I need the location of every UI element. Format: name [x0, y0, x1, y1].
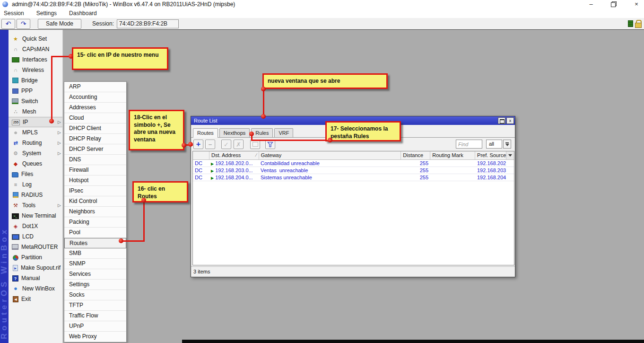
sidebar-item-wireless[interactable]: Wireless — [9, 65, 62, 75]
sidebar-item-partition[interactable]: Partition — [9, 252, 62, 263]
traffic-indicator-icon — [628, 20, 633, 27]
submenu-item-cloud[interactable]: Cloud — [64, 113, 126, 123]
comment-button[interactable] — [250, 140, 260, 149]
sidebar-item-routing[interactable]: Routing▷ — [9, 138, 62, 148]
sidebar-item-make-supout[interactable]: Make Supout.rif — [9, 263, 62, 273]
submenu-item-services[interactable]: Services — [64, 269, 126, 280]
filter-scope-select[interactable]: all — [486, 140, 502, 149]
sidebar-label: System — [22, 150, 41, 157]
routing-icon — [12, 140, 19, 146]
filter-scope-dropdown-button[interactable] — [503, 140, 511, 149]
filter-button[interactable] — [265, 140, 275, 149]
route-row-1[interactable]: DC ▶192.168.202.0... Contabilidad unreac… — [193, 160, 514, 167]
submenu-arrow-icon: ▷ — [58, 151, 61, 156]
route-list-maximize-button[interactable] — [498, 117, 505, 124]
submenu-item-kid-control[interactable]: Kid Control — [64, 196, 126, 207]
sidebar-item-system[interactable]: System▷ — [9, 148, 62, 158]
submenu-item-web-proxy[interactable]: Web Proxy — [64, 332, 126, 342]
remove-route-button[interactable]: − — [205, 140, 215, 149]
add-route-button[interactable]: + — [193, 140, 203, 149]
submenu-item-routes[interactable]: Routes — [64, 238, 126, 248]
sidebar-item-mpls[interactable]: MPLS▷ — [9, 127, 62, 138]
submenu-item-ipsec[interactable]: IPsec — [64, 186, 126, 196]
sidebar-item-metarouter[interactable]: MetaROUTER — [9, 242, 62, 252]
sidebar-item-manual[interactable]: Manual — [9, 273, 62, 283]
sidebar-item-switch[interactable]: Switch — [9, 96, 62, 106]
connector-line — [51, 56, 52, 122]
sidebar-item-log[interactable]: Log — [9, 179, 62, 190]
submenu-item-snmp[interactable]: SNMP — [64, 259, 126, 269]
menu-dashboard[interactable]: Dashboard — [69, 10, 97, 17]
app-title: admin@74:4D:28:B9:F4:2B (MikroTik) - Win… — [12, 1, 235, 8]
undo-button[interactable]: ↶ — [1, 19, 15, 29]
main-toolbar: ↶ ↷ Safe Mode Session: — [0, 18, 644, 30]
submenu-item-dhcp-client[interactable]: DHCP Client — [64, 123, 126, 134]
menu-session[interactable]: Session — [4, 10, 24, 17]
sidebar-label: Bridge — [21, 77, 38, 84]
disable-route-button[interactable]: ✗ — [234, 140, 244, 149]
route-list-close-button[interactable]: x — [506, 117, 514, 124]
tab-routes[interactable]: Routes — [193, 128, 218, 138]
submenu-item-firewall[interactable]: Firewall — [64, 165, 126, 176]
route-row-3[interactable]: DC ▶192.168.204.0... Sistemas unreachabl… — [193, 174, 514, 181]
column-routing-mark[interactable]: Routing Mark — [430, 151, 475, 159]
column-flags[interactable] — [193, 151, 209, 159]
sidebar-item-queues[interactable]: Queues — [9, 158, 62, 169]
redo-button[interactable]: ↷ — [17, 19, 30, 29]
sidebar-item-lcd[interactable]: LCD — [9, 231, 62, 242]
sidebar-item-bridge[interactable]: Bridge — [9, 75, 62, 86]
close-button[interactable]: × — [633, 0, 640, 8]
sidebar-item-files[interactable]: Files — [9, 169, 62, 179]
submenu-item-accounting[interactable]: Accounting — [64, 92, 126, 103]
enable-route-button[interactable]: ✓ — [221, 140, 231, 149]
tab-rules[interactable]: Rules — [251, 128, 273, 137]
find-input[interactable] — [456, 140, 482, 149]
submenu-item-traffic-flow[interactable]: Traffic Flow — [64, 311, 126, 321]
route-active-icon: ▶ — [211, 169, 214, 173]
submenu-item-tftp[interactable]: TFTP — [64, 300, 126, 311]
minimize-button[interactable]: – — [587, 0, 595, 8]
submenu-item-dns[interactable]: DNS — [64, 155, 126, 165]
sidebar-item-ip[interactable]: IP▷ — [9, 117, 62, 127]
route-row-2[interactable]: DC ▶192.168.203.0... Ventas unreachable … — [193, 167, 514, 174]
sidebar-label: Quick Set — [22, 35, 47, 42]
sidebar-item-exit[interactable]: Exit — [9, 294, 62, 304]
sidebar-item-new-winbox[interactable]: New WinBox — [9, 283, 62, 294]
sidebar-item-new-terminal[interactable]: New Terminal — [9, 211, 62, 221]
sidebar-item-dot1x[interactable]: Dot1X — [9, 221, 62, 231]
submenu-arrow-icon: ▷ — [58, 203, 61, 208]
submenu-item-socks[interactable]: Socks — [64, 290, 126, 300]
submenu-item-neighbors[interactable]: Neighbors — [64, 207, 126, 217]
column-distance[interactable]: Distance — [400, 151, 430, 159]
column-options-button[interactable] — [506, 151, 514, 159]
submenu-item-dhcp-relay[interactable]: DHCP Relay — [64, 134, 126, 144]
submenu-item-arp[interactable]: ARP — [64, 82, 126, 92]
submenu-item-hotspot[interactable]: Hotspot — [64, 176, 126, 186]
submenu-item-dhcp-server[interactable]: DHCP Server — [64, 144, 126, 155]
session-field[interactable] — [117, 19, 179, 28]
sidebar-item-radius[interactable]: RADIUS — [9, 190, 62, 200]
submenu-item-packing[interactable]: Packing — [64, 217, 126, 228]
route-gateway: Contabilidad unreachable — [259, 160, 401, 167]
menu-settings[interactable]: Settings — [36, 10, 57, 17]
submenu-item-pool[interactable]: Pool — [64, 228, 126, 238]
column-dst-address[interactable]: Dst. Address∕ — [209, 151, 259, 159]
restore-button[interactable] — [610, 0, 618, 8]
sidebar-item-mesh[interactable]: Mesh — [9, 106, 62, 117]
submenu-item-addresses[interactable]: Addresses — [64, 103, 126, 113]
sidebar-label: Exit — [21, 296, 31, 302]
safe-mode-button[interactable]: Safe Mode — [38, 19, 81, 29]
tab-nexthops[interactable]: Nexthops — [219, 128, 250, 137]
sidebar-item-ppp[interactable]: PPP — [9, 86, 62, 96]
sidebar-item-quick-set[interactable]: Quick Set — [9, 34, 62, 44]
column-gateway[interactable]: Gateway — [259, 151, 401, 159]
column-pref-source[interactable]: Pref. Source — [475, 151, 506, 159]
submenu-item-upnp[interactable]: UPnP — [64, 321, 126, 332]
system-icon — [12, 150, 19, 157]
sidebar-item-capsman[interactable]: CAPsMAN — [9, 44, 62, 54]
submenu-item-smb[interactable]: SMB — [64, 248, 126, 259]
quick-set-icon — [12, 35, 19, 42]
tab-vrf[interactable]: VRF — [274, 128, 293, 137]
sidebar-item-tools[interactable]: Tools▷ — [9, 200, 62, 211]
submenu-item-settings[interactable]: Settings — [64, 280, 126, 290]
